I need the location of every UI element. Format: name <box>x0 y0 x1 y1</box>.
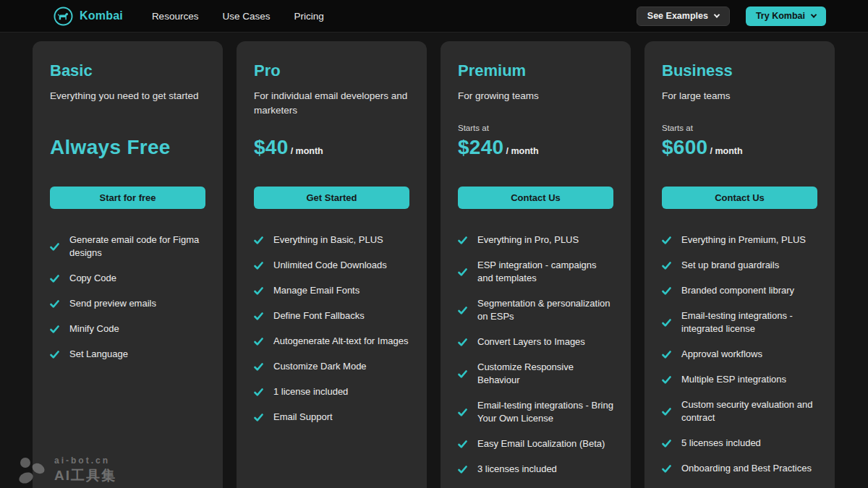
pricing-cards: Basic Everything you need to get started… <box>0 33 868 488</box>
feature-text: Send preview emails <box>69 297 156 310</box>
feature-item: Easy Email Localization (Beta) <box>458 437 613 450</box>
feature-item: Customize Dark Mode <box>254 360 409 373</box>
check-icon <box>254 261 263 270</box>
feature-item: Convert Layers to Images <box>458 335 613 348</box>
plan-title: Business <box>662 61 817 80</box>
check-icon <box>458 408 467 417</box>
feature-item: Copy Code <box>50 272 205 285</box>
see-examples-button[interactable]: See Examples <box>637 7 730 26</box>
plan-price: Always Free <box>50 136 171 159</box>
plan-card-basic: Basic Everything you need to get started… <box>33 41 223 488</box>
check-icon <box>458 236 467 245</box>
plan-price: $40 <box>254 136 289 159</box>
feature-item: Segmentation & personalization on ESPs <box>458 297 613 323</box>
nav-link-pricing[interactable]: Pricing <box>294 11 323 22</box>
feature-list: Generate email code for Figma designs Co… <box>50 234 205 361</box>
feature-list: Everything in Premium, PLUS Set up brand… <box>662 234 817 475</box>
feature-item: Customize Responsive Behaviour <box>458 361 613 387</box>
feature-text: Email-testing integrations - Bring Your … <box>477 399 613 425</box>
check-icon <box>662 439 671 448</box>
feature-text: Easy Email Localization (Beta) <box>477 437 605 450</box>
feature-item: Minify Code <box>50 322 205 335</box>
feature-item: Send preview emails <box>50 297 205 310</box>
price-block: Starts at $240 / month <box>458 124 613 159</box>
check-icon <box>254 236 263 245</box>
header-actions: See Examples Try Kombai <box>637 7 826 26</box>
feature-text: 5 licenses included <box>681 437 761 450</box>
feature-text: Segmentation & personalization on ESPs <box>477 297 613 323</box>
feature-text: 1 license included <box>273 385 348 398</box>
nav-link-resources[interactable]: Resources <box>152 11 199 22</box>
feature-item: Autogenerate Alt-text for Images <box>254 335 409 348</box>
plan-title: Premium <box>458 61 613 80</box>
check-icon <box>662 350 671 359</box>
check-icon <box>662 236 671 245</box>
check-icon <box>662 261 671 270</box>
check-icon <box>662 464 671 474</box>
feature-text: Custom security evaluation and contract <box>681 398 817 424</box>
check-icon <box>458 369 467 379</box>
check-icon <box>50 325 59 334</box>
feature-text: Unlimited Code Downloads <box>273 259 387 272</box>
check-icon <box>662 318 671 328</box>
feature-item: 3 licenses included <box>458 463 613 476</box>
feature-item: Set Language <box>50 348 205 361</box>
feature-text: Branded component library <box>681 284 794 297</box>
plan-description: For large teams <box>662 89 817 121</box>
feature-item: Define Font Fallbacks <box>254 309 409 322</box>
check-icon <box>254 413 263 422</box>
feature-text: Everything in Pro, PLUS <box>477 234 579 247</box>
feature-text: 3 licenses included <box>477 463 557 476</box>
feature-list: Everything in Basic, PLUS Unlimited Code… <box>254 234 409 424</box>
plan-cta-button[interactable]: Start for free <box>50 187 205 209</box>
feature-text: Email Support <box>273 411 333 424</box>
plan-description: For growing teams <box>458 89 613 121</box>
feature-item: Everything in Basic, PLUS <box>254 234 409 247</box>
feature-item: Set up brand guardrails <box>662 259 817 272</box>
plan-cta-button[interactable]: Contact Us <box>662 187 817 209</box>
feature-item: Everything in Pro, PLUS <box>458 234 613 247</box>
feature-item: Generate email code for Figma designs <box>50 234 205 260</box>
price-prefix <box>254 124 409 135</box>
plan-cta-button[interactable]: Get Started <box>254 187 409 209</box>
feature-item: ESP integration - campaigns and template… <box>458 259 613 285</box>
feature-text: Approval workflows <box>681 348 762 361</box>
feature-text: Customize Responsive Behaviour <box>477 361 613 387</box>
feature-text: Set up brand guardrails <box>681 259 779 272</box>
feature-item: Email-testing integrations - integrated … <box>662 309 817 335</box>
check-icon <box>458 440 467 449</box>
feature-text: Generate email code for Figma designs <box>69 234 205 260</box>
feature-text: Email-testing integrations - integrated … <box>681 309 817 335</box>
feature-item: Approval workflows <box>662 348 817 361</box>
try-kombai-button[interactable]: Try Kombai <box>746 7 826 26</box>
chevron-down-icon <box>811 12 817 17</box>
check-icon <box>50 350 59 359</box>
kombai-pricing-page: Kombai Resources Use Cases Pricing See E… <box>0 0 868 488</box>
check-icon <box>254 362 263 372</box>
kombai-logo[interactable]: Kombai <box>54 7 123 26</box>
feature-text: Manage Email Fonts <box>273 284 359 297</box>
check-icon <box>458 267 467 277</box>
feature-item: Custom security evaluation and contract <box>662 398 817 424</box>
price-block: Always Free <box>50 124 205 159</box>
feature-text: Customize Dark Mode <box>273 360 367 373</box>
feature-item: Branded component library <box>662 284 817 297</box>
plan-cta-button[interactable]: Contact Us <box>458 187 613 209</box>
check-icon <box>458 338 467 347</box>
plan-price: $600 <box>662 136 708 159</box>
check-icon <box>254 388 263 397</box>
plan-description: Everything you need to get started <box>50 89 205 121</box>
feature-text: Copy Code <box>69 272 116 285</box>
feature-text: Define Font Fallbacks <box>273 309 365 322</box>
nav-link-use-cases[interactable]: Use Cases <box>222 11 270 22</box>
chevron-down-icon <box>714 12 720 17</box>
plan-title: Basic <box>50 61 205 80</box>
check-icon <box>662 407 671 416</box>
check-icon <box>254 286 263 296</box>
plan-card-premium: Premium For growing teams Starts at $240… <box>441 41 631 488</box>
check-icon <box>50 274 59 283</box>
check-icon <box>662 286 671 296</box>
price-prefix <box>50 124 205 135</box>
feature-item: Manage Email Fonts <box>254 284 409 297</box>
feature-item: Everything in Premium, PLUS <box>662 234 817 247</box>
